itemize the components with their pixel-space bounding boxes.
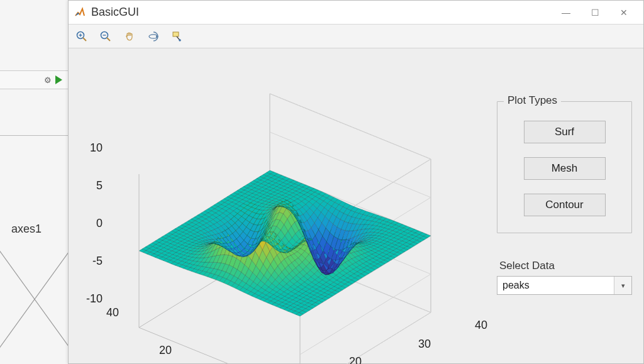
contour-button[interactable]: Contour (524, 194, 606, 216)
window-title: BasicGUI (91, 6, 139, 19)
select-data-dropdown[interactable]: peaks ▾ (497, 276, 632, 295)
right-panel: Plot Types Surf Mesh Contour Select Data… (497, 101, 632, 295)
z-tick: 5 (96, 179, 103, 192)
editor-axes-placeholder: axes1 (0, 135, 72, 324)
y-tick: 40 (106, 306, 119, 319)
svg-rect-11 (173, 32, 179, 36)
plot-types-groupbox: Plot Types Surf Mesh Contour (497, 101, 632, 233)
svg-line-0 (0, 243, 75, 356)
axes-3d[interactable]: 10 5 0 -5 -10 40 20 40 30 20 10 (77, 86, 486, 364)
surf-button[interactable]: Surf (524, 121, 606, 143)
zoom-in-icon (75, 30, 88, 43)
chevron-down-icon: ▾ (614, 277, 631, 294)
run-icon[interactable] (55, 75, 62, 84)
axes-placeholder-cross-icon (0, 243, 75, 356)
pan-hand-icon (123, 30, 136, 43)
svg-line-1 (0, 243, 75, 356)
svg-line-7 (107, 38, 110, 41)
rotate3d-button[interactable] (144, 27, 163, 46)
group-title: Plot Types (504, 94, 561, 107)
svg-point-13 (179, 39, 180, 41)
rotate3d-icon (147, 30, 160, 43)
x-tick: 20 (349, 355, 362, 364)
x-tick: 40 (475, 319, 487, 332)
svg-line-3 (83, 38, 86, 41)
maximize-icon: ☐ (591, 8, 599, 18)
minimize-icon: — (562, 8, 570, 18)
guide-editor-background: ⚙ axes1 (0, 0, 75, 364)
titlebar: BasicGUI — ☐ ✕ (69, 1, 643, 25)
pan-button[interactable] (120, 27, 139, 46)
figure-content: 10 5 0 -5 -10 40 20 40 30 20 10 Plot Typ… (69, 48, 643, 363)
select-data-label: Select Data (499, 260, 632, 272)
surface-plot (77, 86, 486, 364)
close-icon: ✕ (620, 8, 628, 18)
mesh-button[interactable]: Mesh (524, 157, 606, 180)
zoom-in-button[interactable] (72, 27, 91, 46)
axes-placeholder-label: axes1 (11, 223, 42, 236)
close-button[interactable]: ✕ (609, 1, 638, 25)
z-tick: 0 (96, 217, 103, 230)
select-data-value: peaks (497, 280, 614, 291)
editor-toolbar: ⚙ (0, 70, 75, 89)
data-cursor-button[interactable] (168, 27, 187, 46)
z-tick: 10 (90, 141, 103, 155)
matlab-app-icon (74, 6, 86, 19)
svg-line-24 (300, 312, 431, 364)
x-tick: 30 (418, 338, 431, 351)
svg-line-18 (300, 312, 431, 364)
figure-window: BasicGUI — ☐ ✕ (68, 0, 644, 364)
z-tick: -5 (92, 255, 103, 268)
svg-line-31 (270, 94, 431, 159)
align-icon[interactable]: ⚙ (44, 75, 52, 85)
data-cursor-icon (171, 30, 184, 43)
z-tick: -10 (86, 292, 103, 306)
minimize-button[interactable]: — (552, 1, 580, 25)
maximize-button[interactable]: ☐ (580, 1, 609, 25)
zoom-out-icon (99, 30, 112, 43)
zoom-out-button[interactable] (96, 27, 115, 46)
y-tick: 20 (159, 344, 172, 357)
figure-toolbar: ↖ (69, 25, 643, 48)
